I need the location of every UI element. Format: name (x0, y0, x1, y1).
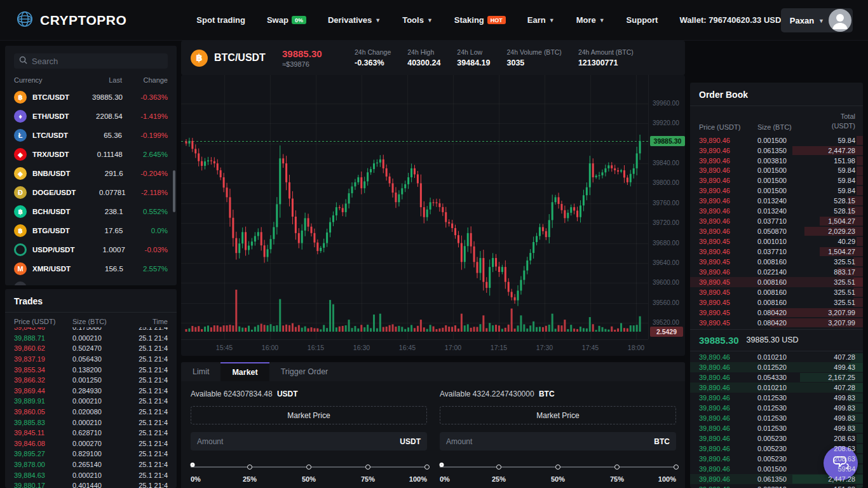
orderbook-ask-row[interactable]: 39,890.450.008160325.51 (690, 287, 863, 297)
orderbook-bid-row[interactable]: 39,890.460.012530499.83 (690, 393, 863, 403)
trade-size: 0.628710 (72, 429, 139, 437)
orderbook-bid-row[interactable]: 39,890.460.003810151.98 (690, 484, 863, 488)
orderbook-ask-row[interactable]: 39,890.460.013240528.15 (690, 196, 863, 206)
time-axis[interactable]: 15:4516:0016:1516:3016:4517:0017:1517:30… (181, 339, 648, 356)
pair-label: TRX/USDT (32, 151, 69, 158)
watchlist-row[interactable]: ฿BCH/USDT238.10.552% (5, 202, 177, 221)
orderbook-ask-row[interactable]: 39,890.450.008160325.51 (690, 277, 863, 287)
slider-dot[interactable] (247, 464, 252, 470)
buy-amount-box[interactable]: USDT (191, 432, 427, 451)
candlestick-chart[interactable] (181, 75, 648, 339)
orderbook-ask-row[interactable]: 39,890.460.003810151.98 (690, 156, 863, 166)
price-axis[interactable]: 39960.0039920.0039880.0039840.0039800.00… (648, 75, 685, 339)
user-menu[interactable]: Paxan ▼ (781, 8, 853, 32)
orderbook-ask-row[interactable]: 39,890.450.00101040.29 (690, 236, 863, 247)
sell-market-price-button[interactable]: Market Price (440, 406, 676, 424)
slider-dot[interactable] (496, 464, 501, 470)
orderbook-bid-row[interactable]: 39,890.460.010210407.28 (690, 383, 863, 393)
orderbook-bid-row[interactable]: 39,890.460.005230208.63 (690, 433, 863, 444)
orderbook-bid-row[interactable]: 39,890.460.005230208.63 (690, 454, 863, 464)
slider-dot[interactable] (306, 464, 311, 470)
buy-amount-input[interactable] (197, 437, 400, 446)
buy-market-price-button[interactable]: Market Price (191, 406, 427, 424)
time-tick: 17:30 (536, 344, 553, 351)
chevron-down-icon: ▼ (549, 17, 555, 24)
orderbook-ask-row[interactable]: 39,890.460.00150059.84 (690, 135, 863, 146)
slider-thumb[interactable] (440, 463, 444, 467)
chart-area[interactable]: 39960.0039920.0039880.0039840.0039800.00… (181, 75, 685, 356)
sell-amount-box[interactable]: BTC (440, 432, 676, 451)
slider-dot[interactable] (674, 464, 679, 470)
nav-item-support[interactable]: Support (627, 15, 658, 25)
time-tick: 17:45 (582, 344, 599, 351)
tab-market[interactable]: Market (220, 362, 269, 381)
trade-time: 25.1 21:4 (139, 482, 168, 488)
brand[interactable]: CRYPTOPRO (15, 10, 126, 31)
orderbook-ask-row[interactable]: 39,890.450.008160325.51 (690, 297, 863, 308)
slider-dot[interactable] (614, 464, 620, 470)
orderbook-bid-row[interactable]: 39,890.460.0613502,447.28 (690, 474, 863, 484)
orderbook-ask-row[interactable]: 39,890.460.022140883.17 (690, 267, 863, 277)
watchlist-row[interactable]: ÐDOGE/USDT0.07781-2.118% (5, 183, 177, 202)
nav-item-derivatives[interactable]: Derivatives▼ (328, 15, 381, 25)
orderbook-bid-row[interactable]: 39,890.460.005230208.63 (690, 444, 863, 454)
watchlist-row[interactable]: ✦XLM/USDT0.11180.250% (5, 278, 177, 285)
orderbook-ask-row[interactable]: 39,890.460.0377101,504.27 (690, 247, 863, 257)
nav-item-staking[interactable]: StakingHOT (454, 15, 506, 25)
orderbook-bid-row[interactable]: 39,890.460.012520499.43 (690, 362, 863, 372)
orderbook-ask-row[interactable]: 39,890.460.013240528.15 (690, 206, 863, 216)
slider-dot[interactable] (424, 464, 430, 470)
orderbook-ask-row[interactable]: 39,890.450.0804203,207.99 (690, 308, 863, 318)
orderbook-bid-row[interactable]: 39,890.460.010210407.28 (690, 353, 863, 363)
orderbook-bid-row[interactable]: 39,890.460.00150059.84 (690, 464, 863, 474)
nav-item-swap[interactable]: Swap0% (267, 15, 306, 25)
time-tick: 15:45 (216, 344, 233, 351)
orderbook-bid-row[interactable]: 39,890.460.012530499.83 (690, 403, 863, 413)
orderbook-title: Order Book (690, 83, 863, 106)
orderbook-ask-row[interactable]: 39,890.460.00150059.84 (690, 175, 863, 186)
nav-item-spot-trading[interactable]: Spot trading (196, 15, 245, 25)
orderbook-ask-row[interactable]: 39,890.460.00150059.84 (690, 166, 863, 176)
watchlist-row[interactable]: ฿BTC/USDT39885.30-0.363% (5, 88, 177, 107)
search-input[interactable] (32, 57, 163, 66)
mid-price: 39885.30 (699, 335, 739, 346)
slider-dot[interactable] (365, 464, 370, 470)
tab-limit[interactable]: Limit (181, 362, 220, 381)
watchlist-row[interactable]: ◆BNB/USDT291.6-0.204% (5, 164, 177, 183)
watchlist-row[interactable]: MXMR/USDT156.52.557% (5, 259, 177, 278)
watchlist-row[interactable]: ŁLTC/USDT65.36-0.199% (5, 126, 177, 145)
buy-percent-slider[interactable] (191, 463, 427, 471)
sell-amount-input[interactable] (446, 437, 654, 446)
tab-trigger-order[interactable]: Trigger Order (269, 362, 340, 381)
orderbook-bid-row[interactable]: 39,890.460.012530499.83 (690, 423, 863, 433)
watchlist-scrollbar[interactable] (173, 170, 175, 212)
nav-item-wallet-796740620-33-usd[interactable]: Wallet: 796740620.33 USD (679, 15, 781, 25)
orderbook-bid-row[interactable]: 39,890.460.0543302,167.25 (690, 372, 863, 383)
nav-item-tools[interactable]: Tools▼ (402, 15, 433, 25)
slider-dot[interactable] (555, 464, 560, 470)
orderbook-ask-row[interactable]: 39,890.450.0804203,207.99 (690, 318, 863, 328)
orderbook-ask-row[interactable]: 39,890.460.0508702,029.23 (690, 226, 863, 236)
orderbook-ask-row[interactable]: 39,890.460.0377101,504.27 (690, 216, 863, 226)
search-box[interactable] (14, 53, 168, 69)
orderbook-ask-row[interactable]: 39,890.450.008160325.51 (690, 257, 863, 267)
watchlist-row[interactable]: ฿BTG/USDT17.650.0% (5, 221, 177, 240)
orderbook-ask-row[interactable]: 39,890.460.0613502,447.28 (690, 146, 863, 156)
pair-cell: ◆TRX/USDT (14, 148, 69, 161)
ob-total: 151.98 (817, 485, 855, 488)
sell-percent-slider[interactable] (440, 463, 676, 471)
watchlist-row[interactable]: ◆TRX/USDT0.111482.645% (5, 145, 177, 164)
pair-block[interactable]: ฿ BTC/USDT (191, 50, 273, 67)
orderbook-bid-row[interactable]: 39,890.460.012530499.83 (690, 413, 863, 423)
watchlist-row[interactable]: USDP/USDT1.0007-0.03% (5, 240, 177, 259)
watchlist-row[interactable]: ♦ETH/USDT2208.54-1.419% (5, 107, 177, 126)
depth-bar (857, 237, 863, 246)
slider-thumb[interactable] (191, 463, 195, 467)
pair-cell: ฿BTC/USDT (14, 91, 69, 104)
trade-row: 39,895.270.82910025.1 21:4 (5, 449, 177, 459)
ob-size: 0.008160 (757, 299, 817, 306)
ob-size: 0.080420 (757, 309, 817, 316)
nav-item-more[interactable]: More▼ (576, 15, 605, 25)
nav-item-earn[interactable]: Earn▼ (527, 15, 555, 25)
orderbook-ask-row[interactable]: 39,890.460.00150059.84 (690, 186, 863, 196)
